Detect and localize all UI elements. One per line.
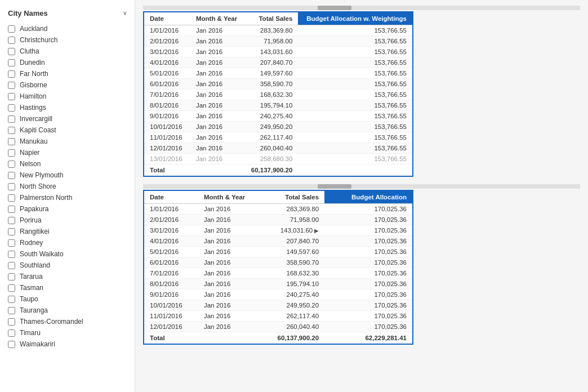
city-checkbox-nelson[interactable]: [8, 161, 15, 168]
table-row: 5/01/2016Jan 2016149,597.60153,766.55: [144, 68, 412, 79]
city-checkbox-tasman[interactable]: [8, 284, 15, 292]
table-cell: 5/01/2016: [144, 247, 198, 257]
table-cell: 170,025.36: [324, 311, 412, 322]
sidebar-item: Waimakariri: [0, 338, 135, 350]
table-cell: Jan 2016: [198, 322, 261, 332]
table2-total-label: Total: [144, 332, 261, 344]
table-cell: 170,025.36: [324, 322, 412, 332]
city-label: Tararua: [20, 273, 43, 280]
table-row: 9/01/2016Jan 2016240,275.40170,025.36: [144, 289, 412, 300]
table-cell: Jan 2016: [198, 268, 261, 279]
scrollbar-1[interactable]: [143, 6, 580, 10]
sidebar-item: Christchurch: [0, 34, 135, 46]
city-checkbox-auckland[interactable]: [8, 25, 15, 33]
table-cell: 262,117.40: [244, 132, 298, 143]
city-checkbox-kapiti-coast[interactable]: [8, 127, 15, 134]
table-cell: Jan 2016: [190, 79, 244, 90]
table2: Date Month & Year Total Sales Budget All…: [144, 191, 412, 344]
table-cell: Jan 2016: [198, 289, 261, 300]
table-cell: 358,590.70: [261, 257, 324, 268]
city-checkbox-invercargill[interactable]: [8, 115, 15, 123]
city-checkbox-south-waikato[interactable]: [8, 251, 15, 258]
city-checkbox-dunedin[interactable]: [8, 59, 15, 66]
sidebar-item: South Waikato: [0, 248, 135, 260]
city-checkbox-taupo[interactable]: [8, 296, 15, 303]
city-label: North Shore: [20, 182, 56, 190]
table-cell: 8/01/2016: [144, 100, 190, 111]
table-cell: 10/01/2016: [144, 122, 190, 132]
table-cell: Jan 2016: [190, 25, 244, 36]
city-checkbox-rangitikei[interactable]: [8, 228, 15, 235]
city-checkbox-napier[interactable]: [8, 149, 15, 157]
city-checkbox-thames-coromandel[interactable]: [8, 318, 15, 326]
city-checkbox-palmerston-north[interactable]: [8, 194, 15, 202]
scrollbar-2[interactable]: [143, 184, 580, 189]
cursor-pointer-icon: ▶: [313, 228, 319, 234]
table-cell: 153,766.55: [298, 154, 412, 164]
sidebar-header: City Names ∨: [0, 6, 135, 23]
table-row: 3/01/2016Jan 2016143,031.60 ▶170,025.36: [144, 225, 412, 236]
city-label: Tasman: [20, 284, 43, 292]
table-cell: 195,794.10: [261, 279, 324, 289]
table-row: 4/01/2016Jan 2016207,840.70153,766.55: [144, 57, 412, 68]
city-checkbox-hastings[interactable]: [8, 104, 15, 112]
sidebar-item: Palmerston North: [0, 192, 135, 203]
chevron-down-icon: ∨: [123, 10, 127, 16]
table-cell: Jan 2016: [190, 111, 244, 122]
table-row: 10/01/2016Jan 2016249,950.20170,025.36: [144, 300, 412, 311]
sidebar-item: Clutha: [0, 46, 135, 57]
city-checkbox-tararua[interactable]: [8, 273, 15, 280]
scrollbar-thumb-1[interactable]: [318, 6, 351, 10]
sidebar-item: Southland: [0, 260, 135, 271]
table1-col-date: Date: [144, 12, 190, 25]
table1: Date Month & Year Total Sales Budget All…: [144, 12, 412, 176]
table-cell: 170,025.36: [324, 300, 412, 311]
table-cell: 358,590.70: [244, 79, 298, 90]
city-label: Napier: [20, 149, 39, 157]
sidebar-item: Thames-Coromandel: [0, 316, 135, 327]
city-checkbox-north-shore[interactable]: [8, 183, 15, 190]
table-cell: 149,597.60: [261, 247, 324, 257]
city-label: Kapiti Coast: [20, 126, 56, 134]
city-checkbox-manukau[interactable]: [8, 138, 15, 145]
city-checkbox-papakura[interactable]: [8, 206, 15, 213]
table-cell: 153,766.55: [298, 100, 412, 111]
table-cell: Jan 2016: [198, 236, 261, 247]
table-cell: 168,632.30: [244, 90, 298, 100]
table-cell: 170,025.36: [324, 279, 412, 289]
table-cell: 153,766.55: [298, 122, 412, 132]
table-row: 1/01/2016Jan 2016283,369.80170,025.36: [144, 204, 412, 215]
table2-total-row: Total 60,137,900.20 62,229,281.41: [144, 332, 412, 344]
city-checkbox-far-north[interactable]: [8, 70, 15, 78]
table-cell: 153,766.55: [298, 143, 412, 154]
city-checkbox-waimakariri[interactable]: [8, 341, 15, 348]
table-cell: 2/01/2016: [144, 36, 190, 47]
table-row: 6/01/2016Jan 2016358,590.70170,025.36: [144, 257, 412, 268]
table-cell: 13/01/2016: [144, 154, 190, 164]
table-cell: 168,632.30: [261, 268, 324, 279]
city-checkbox-rodney[interactable]: [8, 239, 15, 247]
city-checkbox-hamilton[interactable]: [8, 93, 15, 100]
table-cell: 8/01/2016: [144, 279, 198, 289]
city-label: Porirua: [20, 216, 42, 224]
city-checkbox-clutha[interactable]: [8, 48, 15, 55]
city-checkbox-new-plymouth[interactable]: [8, 172, 15, 179]
table2-container: Date Month & Year Total Sales Budget All…: [143, 190, 413, 345]
table-cell: 5/01/2016: [144, 68, 190, 79]
city-checkbox-porirua[interactable]: [8, 217, 15, 224]
scrollbar-thumb-2[interactable]: [318, 184, 351, 189]
city-checkbox-timaru[interactable]: [8, 329, 15, 337]
city-checkbox-gisborne[interactable]: [8, 82, 15, 89]
table-cell: Jan 2016: [198, 257, 261, 268]
table-cell: 1/01/2016: [144, 25, 190, 36]
table-cell: 153,766.55: [298, 57, 412, 68]
table-cell: 170,025.36: [324, 268, 412, 279]
sidebar-item: Nelson: [0, 158, 135, 170]
city-checkbox-tauranga[interactable]: [8, 307, 15, 314]
sidebar-item: Porirua: [0, 215, 135, 226]
city-checkbox-christchurch[interactable]: [8, 37, 15, 44]
table-row: 9/01/2016Jan 2016240,275.40153,766.55: [144, 111, 412, 122]
city-checkbox-southland[interactable]: [8, 262, 15, 269]
table-cell: 4/01/2016: [144, 57, 190, 68]
table-cell: 170,025.36: [324, 215, 412, 225]
